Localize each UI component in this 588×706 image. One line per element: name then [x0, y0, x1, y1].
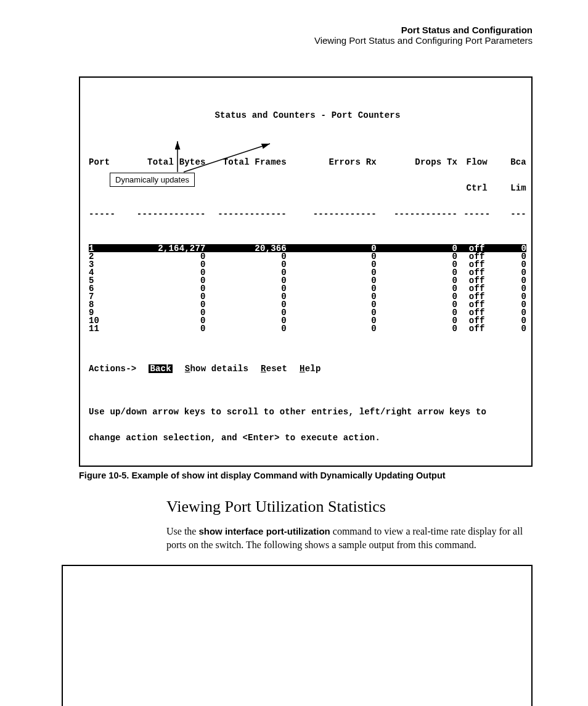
header-subtitle: Viewing Port Status and Configuring Port… [62, 35, 533, 46]
section-paragraph: Use the show interface port-utilization … [166, 525, 533, 551]
figure-10-6-box [62, 565, 533, 706]
action-help[interactable]: Help [300, 364, 321, 373]
table-row: 50000off0 [89, 276, 526, 284]
figure-10-5-caption: Figure 10-5. Example of show int display… [79, 470, 533, 480]
table-row: 90000off0 [89, 308, 526, 316]
actions-line: Actions-> Back Show details Reset Help [89, 364, 526, 373]
col-lim1: Bca [496, 158, 526, 166]
callout-dynamic-updates: Dynamically updates [110, 173, 195, 187]
table-row: 20000off0 [89, 252, 526, 260]
col-frames: Total Frames [206, 158, 287, 166]
table-row: 60000off0 [89, 284, 526, 292]
col-lim2: Lim [496, 184, 526, 192]
col-errors: Errors Rx [287, 158, 377, 166]
col-drops: Drops Tx [377, 158, 457, 166]
col-flow2: Ctrl [457, 184, 496, 192]
col-bytes: Total Bytes [125, 158, 205, 166]
terminal-title: Status and Counters - Port Counters [89, 111, 526, 120]
header-title: Port Status and Configuration [62, 25, 533, 35]
table-row: 30000off0 [89, 260, 526, 268]
table-row: 80000off0 [89, 300, 526, 308]
action-reset[interactable]: Reset [261, 364, 287, 373]
figure-10-5-box: Status and Counters - Port Counters Port… [79, 76, 533, 467]
header-dashes: ----- ------------- ------------- ------… [89, 210, 526, 218]
action-back[interactable]: Back [149, 364, 172, 373]
terminal-output: Status and Counters - Port Counters Port… [80, 78, 531, 466]
col-port: Port [89, 158, 125, 166]
running-header: Port Status and Configuration Viewing Po… [62, 25, 533, 46]
data-rows: 12,164,27720,36600off020000off030000off0… [89, 244, 526, 332]
hint-line-2: change action selection, and <Enter> to … [89, 433, 526, 442]
table-row: 110000off0 [89, 324, 526, 332]
table-row: 40000off0 [89, 268, 526, 276]
hint-line-1: Use up/down arrow keys to scroll to othe… [89, 408, 526, 416]
command-name: show interface port-utilization [198, 526, 330, 536]
actions-label: Actions-> [89, 364, 136, 373]
column-headers: Port Total Bytes Total Frames Errors Rx … [89, 158, 526, 166]
table-row: 12,164,27720,36600off0 [89, 244, 526, 252]
table-row: 70000off0 [89, 292, 526, 300]
col-flow1: Flow [457, 158, 496, 166]
action-show-details[interactable]: Show details [185, 364, 248, 373]
table-row: 100000off0 [89, 316, 526, 324]
section-heading: Viewing Port Utilization Statistics [166, 498, 533, 516]
